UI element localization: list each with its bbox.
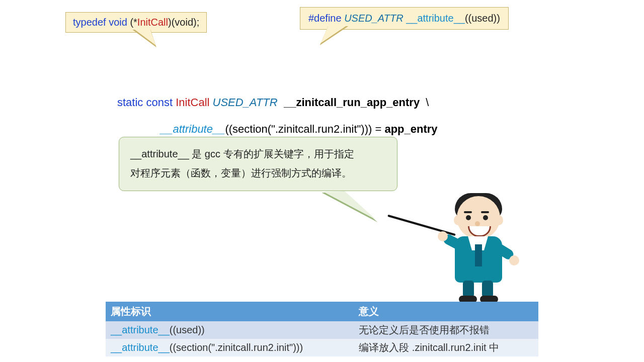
eye — [483, 215, 488, 220]
cell-attr: __attribute__((section(".zinitcall.run2.… — [106, 339, 354, 356]
text-paren-open: (* — [127, 17, 137, 28]
eye — [466, 215, 471, 220]
symbol-entry-name: __zinitcall_run_app_entry — [281, 96, 420, 109]
cell-attr-keyword: __attribute__ — [111, 324, 170, 335]
leg — [463, 281, 474, 298]
symbol-app-entry: app_entry — [384, 123, 437, 135]
keyword-attribute: __attribute__ — [406, 13, 465, 24]
attribute-table: 属性标识 意义 __attribute__((used)) 无论定义后是否使用都… — [106, 302, 538, 356]
teacher-character — [433, 196, 523, 307]
kw-static-const: static const — [117, 96, 176, 109]
table-row: __attribute__((used)) 无论定义后是否使用都不报错 — [106, 321, 538, 339]
explain-line2: 对程序元素（函数，变量）进行强制方式的编译。 — [130, 163, 387, 183]
kw-initcall: InitCall — [176, 96, 212, 109]
hand — [438, 231, 448, 241]
explain-line1: __attribute__ 是 gcc 专有的扩展关键字，用于指定 — [130, 144, 387, 163]
kw-attribute-line2: __attribute__ — [160, 123, 225, 135]
speech-tail-fill — [324, 191, 386, 220]
explain-speech-bubble: __attribute__ 是 gcc 专有的扩展关键字，用于指定 对程序元素（… — [119, 137, 397, 191]
attr-used: ((used)) — [465, 13, 500, 24]
cell-attr-rest: ((used)) — [170, 324, 205, 335]
code-declaration: static const InitCall USED_ATTR __zinitc… — [117, 63, 438, 142]
cell-attr-rest: ((section(".zinitcall.run2.init"))) — [170, 342, 303, 353]
brow — [464, 211, 472, 213]
leg — [482, 281, 493, 298]
cell-meaning: 编译放入段 .zinitcall.run2.init 中 — [354, 339, 538, 356]
macro-used-attr: USED_ATTR — [344, 13, 403, 24]
type-initcall: InitCall — [137, 17, 168, 28]
th-meaning: 意义 — [354, 302, 538, 321]
nose — [475, 221, 480, 226]
table-header-row: 属性标识 意义 — [106, 302, 538, 321]
keyword-typedef: typedef void — [73, 17, 127, 28]
hand — [509, 255, 519, 265]
text-paren-close: )(void); — [168, 17, 199, 28]
th-attr-id: 属性标识 — [106, 302, 354, 321]
cell-attr-keyword: __attribute__ — [111, 342, 170, 353]
keyword-define: #define — [308, 13, 344, 24]
kw-used-attr: USED_ATTR — [213, 96, 281, 109]
table-row: __attribute__((section(".zinitcall.run2.… — [106, 339, 538, 356]
line-continuation: \ — [420, 96, 429, 109]
brow — [481, 211, 489, 213]
tie — [475, 244, 482, 266]
section-spec: ((section(".zinitcall.run2.init"))) = — [225, 123, 384, 135]
cell-attr: __attribute__((used)) — [106, 321, 354, 339]
cell-meaning: 无论定义后是否使用都不报错 — [354, 321, 538, 339]
